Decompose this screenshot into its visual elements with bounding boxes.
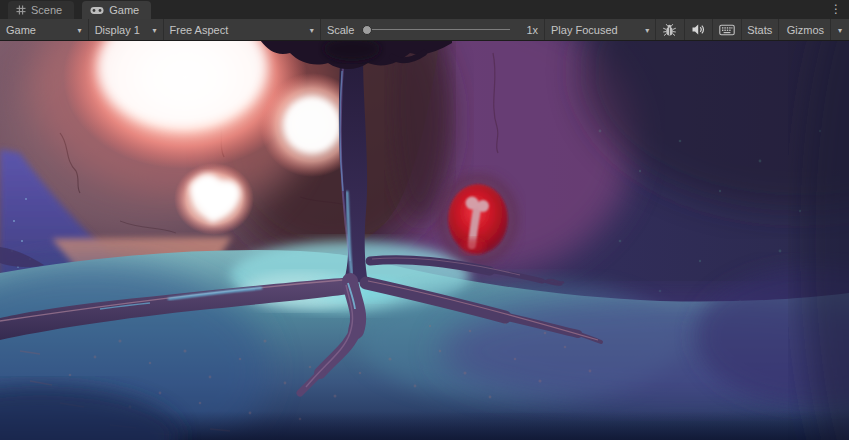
- game-view-toolbar: Game ▾ Display 1 ▾ Free Aspect ▾ Scale 1…: [0, 19, 849, 41]
- tab-game[interactable]: Game: [82, 1, 151, 19]
- aspect-ratio-label: Free Aspect: [170, 24, 229, 36]
- scale-control: Scale 1x: [321, 19, 545, 40]
- game-viewport-render: [0, 41, 849, 440]
- keyboard-shortcuts-icon: [719, 24, 735, 36]
- play-focused-dropdown[interactable]: Play Focused ▾: [545, 19, 656, 40]
- stats-button[interactable]: Stats: [742, 19, 779, 40]
- gizmos-control: Gizmos ▾: [779, 19, 849, 40]
- chevron-down-icon: ▾: [645, 26, 649, 35]
- chevron-down-icon: ▾: [310, 26, 314, 35]
- tab-game-label: Game: [109, 4, 139, 16]
- scale-value: 1x: [520, 24, 538, 36]
- debug-bug-button[interactable]: [656, 19, 685, 40]
- stats-label: Stats: [747, 24, 772, 36]
- keyboard-shortcuts-button[interactable]: [713, 19, 742, 40]
- game-mode-dropdown[interactable]: Game ▾: [0, 19, 89, 40]
- debug-bug-icon: [662, 23, 677, 37]
- scale-slider[interactable]: [362, 25, 512, 35]
- game-viewport[interactable]: [0, 41, 849, 440]
- scale-slider-thumb[interactable]: [362, 25, 372, 35]
- unity-game-view-window: Scene Game ⋮ Game ▾ Display 1 ▾ Free Asp…: [0, 0, 849, 440]
- aspect-ratio-dropdown[interactable]: Free Aspect ▾: [164, 19, 321, 40]
- display-dropdown[interactable]: Display 1 ▾: [89, 19, 164, 40]
- chevron-down-icon: ▾: [152, 26, 156, 35]
- mute-audio-icon: [691, 23, 705, 36]
- play-focused-label: Play Focused: [551, 24, 618, 36]
- grid-icon: [16, 5, 26, 15]
- game-mode-label: Game: [6, 24, 36, 36]
- chevron-down-icon: ▾: [78, 26, 82, 35]
- view-tab-bar: Scene Game ⋮: [0, 0, 849, 19]
- mute-audio-button[interactable]: [685, 19, 714, 40]
- scale-label: Scale: [327, 24, 355, 36]
- tab-scene[interactable]: Scene: [8, 1, 74, 19]
- gizmos-dropdown[interactable]: ▾: [831, 19, 849, 40]
- gamepad-icon: [90, 6, 104, 15]
- chevron-down-icon: ▾: [838, 26, 842, 35]
- gizmos-label: Gizmos: [787, 24, 824, 36]
- kebab-menu-icon[interactable]: ⋮: [829, 1, 843, 17]
- tab-scene-label: Scene: [31, 4, 62, 16]
- gizmos-button[interactable]: Gizmos: [779, 19, 831, 40]
- scale-slider-track: [366, 29, 510, 31]
- display-label: Display 1: [95, 24, 140, 36]
